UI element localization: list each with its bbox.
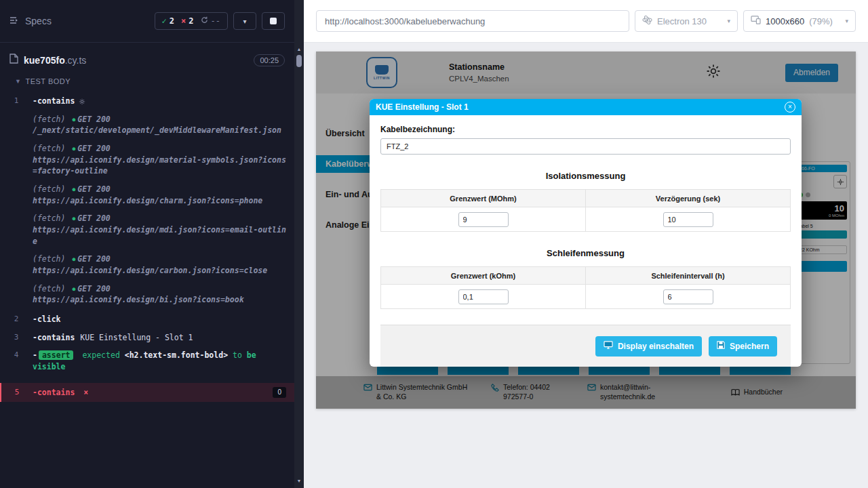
dialog-header: KUE Einstellung - Slot 1 × [370, 99, 802, 115]
check-icon: ✓ [162, 16, 167, 26]
isolation-section-title: Isolationsmessung [380, 171, 791, 181]
viewport-select[interactable]: 1000x660 (79%) ▾ [743, 10, 856, 32]
save-button[interactable]: Speichern [709, 336, 777, 357]
status-dot-icon: ● [72, 117, 75, 123]
collapse-button[interactable]: ▾ [233, 12, 256, 30]
fail-x-icon: × [83, 388, 88, 397]
reporter-header: Specs ✓2 ×2 -- ▾ [0, 0, 294, 43]
specs-label: Specs [25, 16, 52, 26]
network-log-row[interactable]: (fetch)●GET 200 https://api.iconify.desi… [0, 209, 294, 250]
dialog-body: Kabelbezeichnung: Isolationsmessung Gren… [370, 115, 802, 367]
electron-icon [642, 15, 652, 27]
passed-stat: ✓2 [162, 16, 174, 26]
pending-stat: -- [201, 16, 220, 26]
chevron-down-icon: ▾ [727, 18, 730, 24]
loop-limit-input[interactable] [458, 289, 509, 304]
spec-title-row[interactable]: kue705fo.cy.ts 00:25 [0, 43, 294, 73]
scroll-up-icon[interactable]: ▲ [297, 46, 302, 53]
loop-interval-input[interactable] [663, 289, 713, 304]
iso-col1-header: Grenzwert (MOhm) [381, 190, 586, 207]
aut-toolbar: Electron 130 ▾ 1000x660 (79%) ▾ [304, 0, 868, 43]
command-row[interactable]: 1 -contains [0, 94, 294, 110]
stop-icon [270, 18, 277, 24]
screen: Specs ✓2 ×2 -- ▾ kue705fo.cy.ts [0, 0, 868, 488]
chevron-down-icon: ▼ [15, 78, 21, 85]
command-row[interactable]: 2 -click [0, 312, 294, 327]
cable-name-label: Kabelbezeichnung: [380, 125, 791, 134]
specs-list-icon [9, 16, 20, 26]
failed-stat: ×2 [181, 16, 193, 26]
status-dot-icon: ● [72, 216, 75, 222]
assert-badge: assert [39, 350, 74, 360]
scroll-down-icon[interactable]: ▼ [297, 478, 302, 485]
chevron-down-icon: ▾ [243, 18, 246, 25]
dialog-title: KUE Einstellung - Slot 1 [376, 102, 469, 112]
command-log: 1 -contains (fetch)●GET 200 /_next/stati… [0, 91, 294, 488]
floppy-disk-icon [717, 341, 725, 351]
spec-name: kue705fo.cy.ts [24, 55, 86, 66]
iso-delay-input[interactable] [663, 212, 713, 227]
network-log-row[interactable]: (fetch)●GET 200 https://api.iconify.desi… [0, 280, 294, 309]
spec-file-icon [9, 54, 18, 66]
test-stats[interactable]: ✓2 ×2 -- [155, 12, 228, 30]
app-screenshot: LITTWIN Stationsname CPLV4_Maschen Abmel… [316, 52, 856, 409]
specs-button[interactable]: Specs [9, 16, 52, 26]
viewport-zoom: (79%) [809, 16, 833, 26]
aut-panel: Electron 130 ▾ 1000x660 (79%) ▾ LITTWIN [304, 0, 868, 488]
cable-name-input[interactable] [380, 138, 791, 155]
element-count-badge: 0 [273, 387, 286, 399]
loop-table: Grenzwert (kOhm) Schleifenintervall (h) [380, 266, 791, 309]
scrollbar-thumb[interactable] [296, 55, 302, 67]
chevron-down-icon: ▾ [845, 18, 848, 24]
reporter-controls: ✓2 ×2 -- ▾ [155, 12, 285, 30]
suite-header[interactable]: ▼ TEST BODY [0, 73, 294, 91]
cypress-reporter: Specs ✓2 ×2 -- ▾ kue705fo.cy.ts [0, 0, 294, 488]
close-icon[interactable]: × [785, 102, 795, 113]
command-row[interactable]: 3 -containsKUE Einstellung - Slot 1 [0, 330, 294, 346]
url-input[interactable] [316, 10, 629, 32]
network-log-row[interactable]: (fetch)●GET 200 https://api.iconify.desi… [0, 140, 294, 180]
kue-settings-dialog: KUE Einstellung - Slot 1 × Kabelbezeichn… [370, 99, 802, 367]
gear-icon [79, 98, 85, 107]
network-log-row[interactable]: (fetch)●GET 200 https://api.iconify.desi… [0, 250, 294, 279]
suite-title: TEST BODY [25, 77, 71, 85]
isolation-table: Grenzwert (MOhm) Verzögerung (sek) [380, 189, 791, 232]
network-log-row[interactable]: (fetch)●GET 200 /_next/static/developmen… [0, 110, 294, 140]
x-icon: × [181, 16, 186, 26]
iso-limit-input[interactable] [458, 212, 509, 227]
loop-section-title: Schleifenmessung [380, 248, 791, 258]
command-argument: KUE Einstellung - Slot 1 [80, 333, 193, 342]
viewport-icon [751, 16, 761, 26]
loop-col1-header: Grenzwert (kOhm) [381, 267, 586, 285]
status-dot-icon: ● [72, 146, 75, 152]
loop-col2-header: Schleifenintervall (h) [586, 267, 791, 285]
network-log-row[interactable]: (fetch)●GET 200 https://api.iconify.desi… [0, 180, 294, 209]
reporter-scrollbar[interactable]: ▲ ▼ [294, 0, 304, 488]
aut-stage: LITTWIN Stationsname CPLV4_Maschen Abmel… [304, 43, 868, 488]
dialog-footer: Display einschalten Speichern [380, 325, 791, 367]
browser-name: Electron 130 [657, 16, 707, 26]
status-dot-icon: ● [72, 286, 75, 292]
failed-command-row[interactable]: 5 -contains × 0 [0, 383, 294, 403]
monitor-icon [604, 341, 613, 351]
spec-duration: 00:25 [254, 54, 285, 66]
refresh-icon [201, 16, 208, 26]
viewport-size: 1000x660 [766, 16, 804, 26]
display-on-button[interactable]: Display einschalten [595, 336, 702, 357]
status-dot-icon: ● [72, 186, 75, 192]
assert-row[interactable]: 4 -assert expected <h2.text-sm.font-bold… [0, 348, 294, 374]
iso-col2-header: Verzögerung (sek) [586, 190, 791, 207]
status-dot-icon: ● [72, 256, 75, 262]
stop-button[interactable] [262, 12, 285, 30]
browser-select[interactable]: Electron 130 ▾ [635, 10, 738, 32]
